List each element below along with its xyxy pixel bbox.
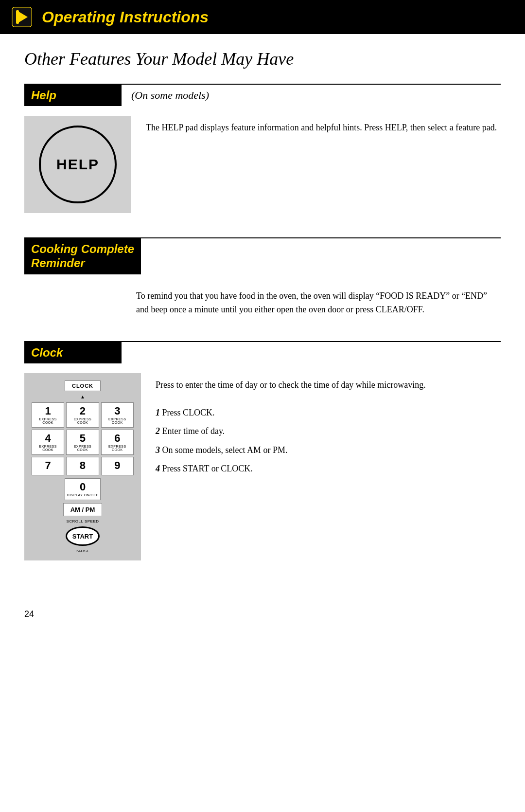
key-8[interactable]: 8 xyxy=(66,457,99,475)
help-description: The HELP pad displays feature informatio… xyxy=(146,116,501,213)
cooking-complete-section: Cooking Complete Reminder To remind you … xyxy=(24,237,501,326)
page-subtitle: Other Features Your Model May Have xyxy=(24,49,501,69)
help-circle: HELP xyxy=(39,126,117,203)
help-body: HELP The HELP pad displays feature infor… xyxy=(24,106,501,223)
help-sublabel: (On some models) xyxy=(122,85,219,106)
clock-step-3: 3 On some models, select AM or PM. xyxy=(156,442,501,458)
key-zero-row: 0 DISPLAY ON/OFF xyxy=(32,478,134,500)
key-4[interactable]: 4 EXPRESS COOK xyxy=(32,430,64,455)
header-title: Operating Instructions xyxy=(42,8,209,26)
cooking-header-row: Cooking Complete Reminder xyxy=(24,237,501,274)
clock-step-1: 1 Press CLOCK. xyxy=(156,405,501,420)
cooking-body: To remind you that you have food in the … xyxy=(24,274,501,327)
main-content: Other Features Your Model May Have Help … xyxy=(0,34,525,599)
help-button-text: HELP xyxy=(56,156,99,173)
header-bar: Operating Instructions xyxy=(0,0,525,34)
key-9[interactable]: 9 xyxy=(101,457,134,475)
am-pm-button[interactable]: AM / PM xyxy=(63,503,103,516)
svg-rect-2 xyxy=(16,10,19,24)
start-button[interactable]: START xyxy=(66,526,100,546)
clock-text-area: Press to enter the time of day or to che… xyxy=(156,373,501,560)
cooking-label-line1: Cooking Complete xyxy=(31,242,134,255)
clock-steps: 1 Press CLOCK. 2 Enter time of day. 3 On… xyxy=(156,400,501,477)
key-3[interactable]: 3 EXPRESS COOK xyxy=(101,402,134,428)
arrow-up-indicator: ▲ xyxy=(80,394,85,399)
scroll-speed-label: SCROLL SPEED xyxy=(66,519,99,523)
clock-keypad: CLOCK ▲ 1 EXPRESS COOK 2 EXPRESS COOK 3 xyxy=(24,373,141,560)
key-1[interactable]: 1 EXPRESS COOK xyxy=(32,402,64,428)
clock-top-button[interactable]: CLOCK xyxy=(65,380,101,391)
clock-description: Press to enter the time of day or to che… xyxy=(156,378,501,392)
header-logo xyxy=(10,5,34,29)
key-6[interactable]: 6 EXPRESS COOK xyxy=(101,430,134,455)
cooking-label-text: Cooking Complete Reminder xyxy=(31,242,134,271)
key-5[interactable]: 5 EXPRESS COOK xyxy=(66,430,99,455)
key-7[interactable]: 7 xyxy=(32,457,64,475)
help-header-row: Help (On some models) xyxy=(24,84,501,106)
clock-step-2: 2 Enter time of day. xyxy=(156,423,501,439)
help-section: Help (On some models) HELP The HELP pad … xyxy=(24,84,501,223)
cooking-label-line2: Reminder xyxy=(31,256,85,270)
key-2[interactable]: 2 EXPRESS COOK xyxy=(66,402,99,428)
cooking-label: Cooking Complete Reminder xyxy=(24,238,141,274)
pause-label: PAUSE xyxy=(75,549,89,553)
clock-body: CLOCK ▲ 1 EXPRESS COOK 2 EXPRESS COOK 3 xyxy=(24,363,501,570)
key-0[interactable]: 0 DISPLAY ON/OFF xyxy=(65,478,101,500)
clock-step-4: 4 Press START or CLOCK. xyxy=(156,461,501,476)
keypad-grid: 1 EXPRESS COOK 2 EXPRESS COOK 3 EXPRESS … xyxy=(32,402,134,475)
clock-header-row: Clock xyxy=(24,341,501,363)
help-image-area: HELP xyxy=(24,116,131,213)
clock-label: Clock xyxy=(24,342,122,363)
clock-section: Clock CLOCK ▲ 1 EXPRESS COOK 2 E xyxy=(24,341,501,570)
cooking-description: To remind you that you have food in the … xyxy=(136,284,501,317)
page-number: 24 xyxy=(0,599,525,629)
help-label: Help xyxy=(24,85,122,106)
